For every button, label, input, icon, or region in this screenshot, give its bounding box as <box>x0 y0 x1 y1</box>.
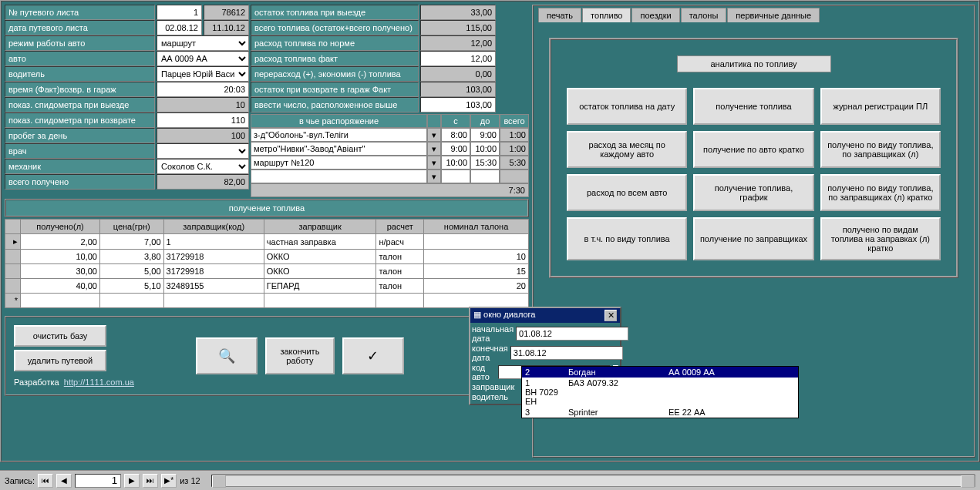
val-fact[interactable]: 12,00 <box>420 51 496 66</box>
lbl-auto-code: код авто <box>472 363 496 381</box>
lbl-work-mode: режим работы авто <box>5 35 155 51</box>
sel-driver[interactable]: Парцев Юрій Васи.. <box>157 66 249 82</box>
val-mileage: 100 <box>157 128 249 143</box>
nav-new-button[interactable]: ▶* <box>161 474 177 488</box>
horizontal-scrollbar[interactable] <box>211 475 975 487</box>
analytics-btn[interactable]: получено по виду топлива, по заправщиках… <box>820 131 941 168</box>
list-item[interactable]: 3SprinterЕЕ 22 АА <box>522 407 798 418</box>
val-enter-num[interactable]: 103,00 <box>420 97 496 112</box>
routes-header: в чье распоряжение <box>251 114 427 128</box>
lbl-sheet-no: № путевого листа <box>5 5 155 20</box>
lbl-fact: расход топлива факт <box>251 51 419 66</box>
delete-sheet-button[interactable]: удалить путевой <box>14 350 106 371</box>
tab-primary-data[interactable]: первичные данные <box>727 8 820 22</box>
nav-next-button[interactable]: ▶ <box>124 474 140 488</box>
check-icon: ✓ <box>367 347 379 364</box>
lbl-end-date: конечная дата <box>472 344 508 362</box>
tab-print[interactable]: печать <box>538 8 581 22</box>
analytics-btn[interactable]: получение по заправщиках <box>693 217 813 260</box>
nav-prev-button[interactable]: ◀ <box>56 474 72 488</box>
clear-db-button[interactable]: очистить базу <box>14 325 106 347</box>
tab-coupons[interactable]: талоны <box>681 8 727 22</box>
analytics-btn[interactable]: получено по виду топлива, по заправщиках… <box>820 174 941 211</box>
route-dd[interactable]: ▾ <box>427 169 441 183</box>
analytics-btn[interactable]: расход за месяц по каждому авто <box>567 131 687 168</box>
col-total: всего <box>500 114 529 128</box>
sel-doctor[interactable] <box>157 143 249 159</box>
lbl-auto: авто <box>5 51 155 66</box>
route-name[interactable]: з-д"Оболонь"-вул.Теліги <box>251 128 427 142</box>
lbl-driver: водитель <box>5 66 155 82</box>
search-button[interactable]: 🔍 <box>196 337 258 374</box>
auto-dropdown-list[interactable]: 2БогданАА 0009 АА 1БАЗ А079.32ВН 7029 ЕН… <box>521 366 799 418</box>
val-odo-out: 10 <box>157 97 249 112</box>
route-name[interactable]: метро"Нивки"-Завод"Авіант" <box>251 142 427 156</box>
sel-auto[interactable]: АА 0009 АА <box>157 51 249 66</box>
val-remain-out: 33,00 <box>420 5 496 20</box>
col-c: с <box>441 114 470 128</box>
tab-fuel[interactable]: топливо <box>582 8 631 22</box>
val-total-received: 82,00 <box>157 174 249 190</box>
table-row: ▸2,007,001частная заправкан/расч <box>5 234 529 250</box>
tab-trips[interactable]: поездки <box>631 8 679 22</box>
end-date-input[interactable] <box>510 346 623 360</box>
app-icon: ▦ <box>473 310 481 319</box>
route-dd[interactable]: ▾ <box>427 128 441 142</box>
analytics-btn[interactable]: остаток топлива на дату <box>567 88 687 125</box>
fuel-receipt-title: получение топлива <box>5 199 529 217</box>
val-sheet-date2: 11.10.12 <box>204 20 249 35</box>
table-row: 40,005,1032489155ГЕПАРДталон20 <box>5 279 529 294</box>
analytics-btn[interactable]: в т.ч. по виду топлива <box>567 217 687 260</box>
analytics-btn[interactable]: расход по всем авто <box>567 174 687 211</box>
route-name[interactable]: маршрут №120 <box>251 156 427 169</box>
val-sheet-no[interactable]: 1 <box>157 5 202 20</box>
list-item[interactable]: 2БогданАА 0009 АА <box>522 367 798 378</box>
finish-work-button[interactable]: закончить работу <box>265 337 335 374</box>
routes-total: 7:30 <box>251 183 529 197</box>
table-row: 10,003,8031729918ОККОталон10 <box>5 250 529 264</box>
val-sheet-date[interactable]: 02.08.12 <box>157 20 202 35</box>
sel-mechanic[interactable]: Соколов С.К. <box>157 159 249 174</box>
lbl-overrun: перерасход (+), экономия (-) топлива <box>251 66 419 82</box>
nav-first-button[interactable]: ⏮ <box>38 474 53 488</box>
close-icon[interactable]: ✕ <box>605 310 617 321</box>
analytics-btn[interactable]: получено по видам топлива на заправках (… <box>820 217 941 260</box>
nav-last-button[interactable]: ⏭ <box>143 474 158 488</box>
lbl-mileage: пробег за день <box>5 128 155 143</box>
lbl-doctor: врач <box>5 143 155 159</box>
analytics-btn[interactable]: получение топлива <box>693 88 813 125</box>
start-date-input[interactable] <box>516 327 628 341</box>
developer-link[interactable]: http://1111.com.ua <box>64 378 134 387</box>
analytics-title: аналитика по топливу <box>677 55 831 72</box>
lbl-odo-out: показ. спидометра при выезде <box>5 97 155 112</box>
lbl-sheet-date: дата путевого листа <box>5 20 155 35</box>
record-navigator: Запись: ⏮ ◀ ▶ ⏭ ▶* из 12 <box>0 470 980 490</box>
ok-button[interactable]: ✓ <box>342 337 404 374</box>
route-dd[interactable]: ▾ <box>427 142 441 156</box>
lbl-total-fuel: всего топлива (остаток+всего получено) <box>251 20 419 35</box>
binoculars-icon: 🔍 <box>218 347 235 364</box>
analytics-btn[interactable]: получение топлива, график <box>693 174 813 211</box>
analytics-btn[interactable]: получение по авто кратко <box>693 131 813 168</box>
lbl-start-date: начальная дата <box>472 324 514 343</box>
val-odo-in[interactable]: 110 <box>157 112 249 128</box>
val-overrun: 0,00 <box>420 66 496 82</box>
analytics-btn[interactable]: журнал регистрации ПЛ <box>820 88 941 125</box>
list-item[interactable]: 1БАЗ А079.32ВН 7029 ЕН <box>522 378 798 407</box>
val-norm: 12,00 <box>420 35 496 51</box>
record-number-input[interactable] <box>75 474 121 488</box>
table-row: 30,005,0031729918ОККОталон15 <box>5 264 529 279</box>
lbl-enter-num: ввести число, расположенное выше <box>251 97 419 112</box>
lbl-mechanic: механик <box>5 159 155 174</box>
lbl-total-received: всего получено <box>5 174 155 190</box>
val-return-time[interactable]: 20:03 <box>157 82 249 97</box>
fuel-receipt-table[interactable]: получено(л) цена(грн) заправщик(код) зап… <box>5 219 529 308</box>
val-total-fuel: 115,00 <box>420 20 496 35</box>
lbl-return-time: время (Факт)возвр. в гараж <box>5 82 155 97</box>
val-sheet-no2: 78612 <box>204 5 249 20</box>
val-remain-in: 103,00 <box>420 82 496 97</box>
route-dd[interactable]: ▾ <box>427 156 441 169</box>
developer-credit: Разработка http://1111.com.ua <box>14 378 134 387</box>
sel-work-mode[interactable]: маршрут <box>157 35 249 51</box>
col-do: до <box>470 114 500 128</box>
